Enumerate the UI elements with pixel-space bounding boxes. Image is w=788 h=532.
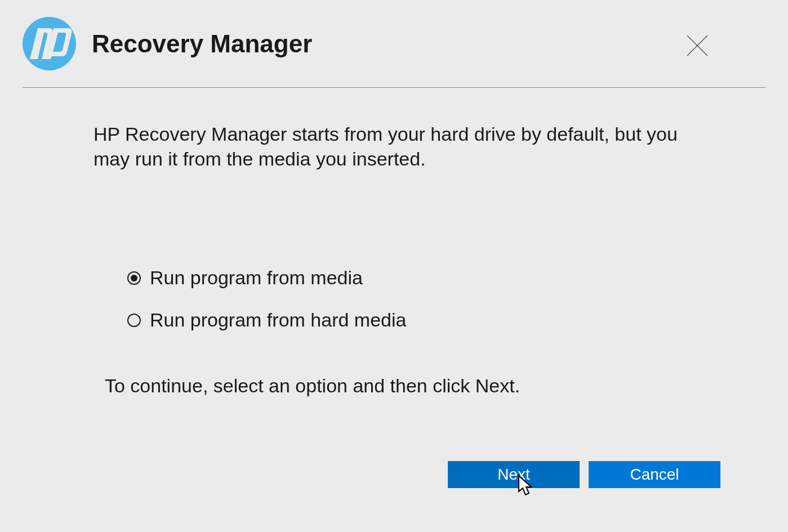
next-button[interactable]: Next bbox=[448, 461, 580, 488]
close-button[interactable] bbox=[685, 34, 709, 57]
radio-option-hard-media[interactable]: Run program from hard media bbox=[127, 309, 692, 331]
radio-icon bbox=[127, 314, 141, 327]
description-text: HP Recovery Manager starts from your har… bbox=[94, 122, 692, 171]
dialog-title: Recovery Manager bbox=[92, 30, 312, 58]
hp-logo-icon bbox=[23, 17, 76, 70]
dialog-header: Recovery Manager bbox=[0, 0, 788, 87]
cancel-button[interactable]: Cancel bbox=[589, 461, 720, 488]
instruction-text: To continue, select an option and then c… bbox=[105, 375, 692, 397]
dialog-content: HP Recovery Manager starts from your har… bbox=[0, 88, 788, 397]
radio-group: Run program from media Run program from … bbox=[127, 267, 692, 331]
radio-option-media[interactable]: Run program from media bbox=[127, 267, 692, 289]
close-icon bbox=[685, 34, 709, 57]
radio-icon bbox=[127, 271, 141, 285]
radio-label: Run program from hard media bbox=[150, 309, 406, 331]
dialog-footer: Next Cancel bbox=[448, 461, 720, 488]
radio-label: Run program from media bbox=[150, 267, 363, 289]
